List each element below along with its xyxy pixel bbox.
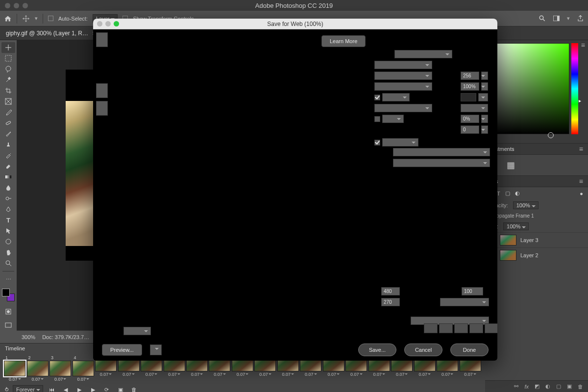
frame-delay[interactable]: 0.07 — [168, 372, 180, 377]
frame-delay[interactable]: 0.07 — [464, 372, 476, 377]
dither-type-dropdown[interactable] — [374, 82, 432, 91]
eraser-tool[interactable] — [1, 161, 15, 172]
frame-delay[interactable]: 0.07 — [282, 372, 294, 377]
interlaced-dropdown[interactable] — [382, 115, 404, 123]
minimize-button[interactable] — [105, 21, 111, 26]
frame-delay[interactable]: 0.07 — [350, 372, 363, 377]
fx-icon[interactable]: fx — [524, 384, 529, 390]
done-button[interactable]: Done — [450, 343, 489, 356]
dither-stepper[interactable] — [481, 82, 488, 91]
trans-dither-dropdown[interactable] — [374, 104, 432, 112]
preview-profile-dropdown[interactable] — [393, 148, 490, 156]
interlaced-checkbox[interactable] — [374, 116, 380, 122]
frame-delay[interactable]: 0.07 — [237, 372, 249, 377]
mask-icon[interactable]: ◩ — [535, 383, 539, 390]
blur-tool[interactable] — [1, 182, 15, 193]
dither-input[interactable]: 100% — [461, 82, 479, 91]
frame-delay[interactable]: 0.07 — [54, 377, 67, 382]
quality-dropdown[interactable] — [440, 298, 489, 306]
timeline-frame[interactable]: 40.07 — [72, 355, 94, 382]
convert-srgb-checkbox[interactable] — [374, 140, 380, 146]
chevron-down-icon[interactable]: ▾ — [35, 15, 38, 22]
color-swatches[interactable] — [2, 289, 15, 301]
type-tool[interactable]: T — [1, 215, 15, 225]
save-button[interactable]: Save... — [358, 343, 396, 356]
tab-original[interactable] — [96, 32, 108, 47]
transparency-checkbox[interactable] — [374, 95, 380, 100]
preset-dropdown[interactable] — [394, 50, 452, 58]
frame-delay[interactable]: 0.07 — [441, 372, 454, 377]
path-select-tool[interactable] — [1, 225, 15, 236]
quickmask-icon[interactable] — [1, 306, 15, 317]
frame-delay[interactable]: 0.07 — [122, 372, 135, 377]
dialog-titlebar[interactable]: Save for Web (100%) — [93, 19, 497, 29]
wand-tool[interactable] — [1, 74, 15, 85]
stamp-tool[interactable] — [1, 139, 15, 150]
cancel-button[interactable]: Cancel — [404, 343, 442, 356]
matte-menu[interactable] — [478, 93, 488, 101]
new-layer-icon[interactable]: ▣ — [567, 383, 572, 390]
brush-tool[interactable] — [1, 128, 15, 139]
frame-delay[interactable]: 0.07 — [146, 372, 158, 377]
move-tool-icon[interactable] — [22, 15, 30, 23]
colors-input[interactable]: 256 — [461, 72, 479, 80]
frame-delay[interactable]: 0.07 — [396, 372, 408, 377]
learn-more-button[interactable]: Learn More — [321, 35, 366, 47]
prev-frame-icon[interactable]: ◀ — [61, 386, 71, 392]
first-frame-icon[interactable]: ⏮ — [47, 386, 57, 392]
opacity-dropdown[interactable]: 100% — [513, 201, 539, 209]
marquee-tool[interactable] — [1, 53, 15, 64]
ct-cell[interactable] — [424, 323, 438, 333]
colors-stepper[interactable] — [481, 72, 488, 80]
width-input[interactable]: 480 — [381, 287, 400, 295]
frame-delay[interactable]: 0.07 — [191, 372, 203, 377]
timeline-frame[interactable]: 30.07 — [49, 355, 71, 382]
crop-tool[interactable] — [1, 85, 15, 96]
close-button[interactable] — [97, 21, 102, 26]
browser-dropdown[interactable] — [150, 344, 162, 355]
tab-2up[interactable] — [96, 83, 108, 98]
panel-menu-icon[interactable]: ≡ — [579, 145, 583, 153]
eyedropper-tool[interactable] — [1, 107, 15, 118]
pen-tool[interactable] — [1, 204, 15, 215]
chevron-down-icon[interactable]: ▾ — [567, 15, 570, 22]
websnap-input[interactable]: 0 — [461, 125, 479, 134]
color-field[interactable] — [489, 43, 569, 134]
lasso-tool[interactable] — [1, 64, 15, 74]
new-frame-icon[interactable]: ▣ — [116, 386, 125, 392]
heal-tool[interactable] — [1, 118, 15, 128]
minimize-window[interactable] — [14, 3, 19, 8]
layer-name[interactable]: Layer 3 — [520, 237, 539, 243]
screenmode-icon[interactable] — [1, 320, 15, 331]
workspace-icon[interactable] — [553, 15, 560, 22]
matte-swatch[interactable] — [461, 93, 476, 101]
panel-menu-icon[interactable]: ≡ — [581, 41, 585, 49]
frame-delay[interactable]: 0.07 — [259, 372, 271, 377]
adjustments-header[interactable]: …stments ≡ — [485, 143, 588, 155]
layer-name[interactable]: Layer 2 — [520, 252, 539, 258]
frame-tool[interactable] — [1, 96, 15, 107]
filter-smart-icon[interactable]: ◐ — [515, 190, 520, 196]
frame-delay[interactable]: 0.07 — [418, 372, 431, 377]
link-icon[interactable]: ⚯ — [514, 383, 518, 390]
metadata-dropdown[interactable] — [393, 159, 490, 167]
move-tool[interactable] — [1, 42, 15, 53]
frame-delay[interactable]: 0.07 — [77, 377, 89, 382]
panel-menu-icon[interactable]: ≡ — [579, 177, 583, 185]
tab-4up[interactable] — [96, 101, 108, 116]
format-dropdown[interactable] — [374, 61, 432, 69]
frame-delay[interactable]: 0.07 — [9, 377, 21, 382]
websnap-stepper[interactable] — [481, 125, 488, 134]
frame-delay[interactable]: 0.07 — [214, 372, 226, 377]
lossy-input[interactable]: 0% — [461, 115, 479, 123]
ct-cell[interactable] — [469, 323, 483, 333]
next-frame-icon[interactable]: ▶ — [88, 386, 98, 392]
fill-dropdown[interactable]: 100% — [503, 222, 529, 230]
amount-dropdown[interactable] — [461, 104, 488, 112]
trash-icon[interactable]: 🗑 — [578, 384, 583, 390]
share-icon[interactable] — [577, 15, 584, 22]
doc-tab[interactable]: giphy.gif @ 300% (Layer 1, R… × — [6, 30, 96, 37]
home-icon[interactable] — [4, 15, 12, 23]
zoom-tool[interactable] — [1, 258, 15, 269]
layers-header[interactable]: …s ≡ — [485, 175, 588, 187]
